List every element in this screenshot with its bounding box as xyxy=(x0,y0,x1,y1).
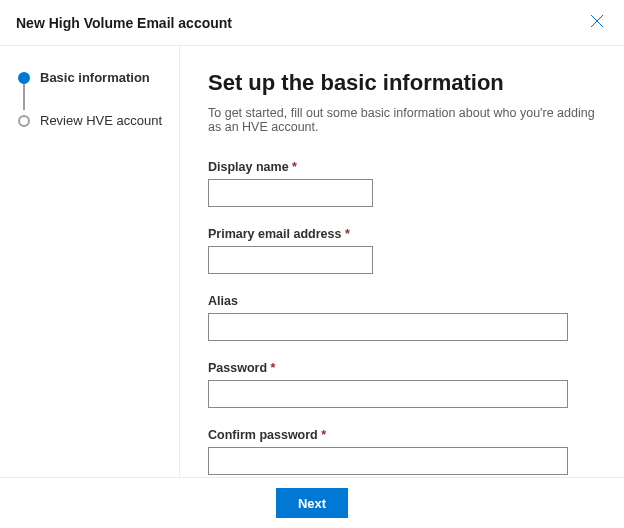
new-hve-account-panel: New High Volume Email account Basic info… xyxy=(0,0,624,528)
step-label: Basic information xyxy=(40,70,150,85)
page-title: Set up the basic information xyxy=(208,70,596,96)
required-indicator: * xyxy=(345,227,350,241)
alias-label: Alias xyxy=(208,294,596,308)
step-basic-information[interactable]: Basic information xyxy=(18,70,167,113)
step-indicator-inactive-icon xyxy=(18,115,30,127)
step-review-hve-account[interactable]: Review HVE account xyxy=(18,113,167,128)
field-primary-email: Primary email address * xyxy=(208,227,596,274)
close-icon xyxy=(590,14,604,31)
required-indicator: * xyxy=(271,361,276,375)
field-alias: Alias xyxy=(208,294,596,341)
field-confirm-password: Confirm password * xyxy=(208,428,596,475)
display-name-input[interactable] xyxy=(208,179,373,207)
wizard-steps: Basic information Review HVE account xyxy=(0,46,180,477)
required-indicator: * xyxy=(292,160,297,174)
required-indicator: * xyxy=(321,428,326,442)
field-password: Password * xyxy=(208,361,596,408)
display-name-label: Display name * xyxy=(208,160,596,174)
main-content: Set up the basic information To get star… xyxy=(180,46,624,477)
primary-email-label: Primary email address * xyxy=(208,227,596,241)
step-indicator-active-icon xyxy=(18,72,30,84)
close-button[interactable] xyxy=(586,10,608,35)
confirm-password-label: Confirm password * xyxy=(208,428,596,442)
alias-input[interactable] xyxy=(208,313,568,341)
panel-header: New High Volume Email account xyxy=(0,0,624,46)
password-input[interactable] xyxy=(208,380,568,408)
next-button[interactable]: Next xyxy=(276,488,348,518)
panel-footer: Next xyxy=(0,477,624,528)
panel-body: Basic information Review HVE account Set… xyxy=(0,46,624,477)
page-description: To get started, fill out some basic info… xyxy=(208,106,596,134)
panel-title: New High Volume Email account xyxy=(16,15,232,31)
step-label: Review HVE account xyxy=(40,113,162,128)
step-connector xyxy=(23,82,25,110)
field-display-name: Display name * xyxy=(208,160,596,207)
primary-email-input[interactable] xyxy=(208,246,373,274)
confirm-password-input[interactable] xyxy=(208,447,568,475)
password-label: Password * xyxy=(208,361,596,375)
